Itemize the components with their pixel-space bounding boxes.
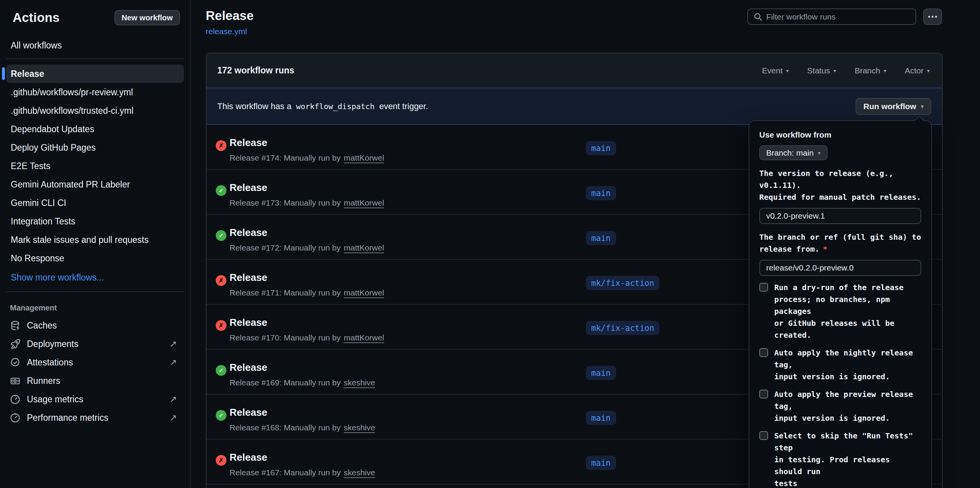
run-filter-dropdown[interactable]: Status ▾ [807, 66, 836, 75]
attestation-icon [10, 357, 20, 368]
sidebar-workflow-item[interactable]: Release [6, 65, 184, 83]
banner-text: This workflow has a [217, 101, 291, 111]
show-more-workflows-link[interactable]: Show more workflows... [6, 268, 184, 287]
runs-panel-header: 172 workflow runs Event ▾ Status ▾ Branc… [207, 53, 942, 88]
actor-link[interactable]: mattKorwel [344, 333, 384, 342]
branch-badge[interactable]: main [586, 186, 616, 200]
workflow-item-label: Deploy GitHub Pages [11, 143, 96, 153]
external-link-icon: ↗ [170, 413, 180, 423]
run-title-link[interactable]: Release [230, 407, 267, 418]
workflow-file-link[interactable]: release.yml [206, 27, 247, 36]
run-filter-dropdown[interactable]: Event ▾ [762, 66, 789, 75]
sidebar-workflow-item[interactable]: Deploy GitHub Pages [6, 138, 184, 157]
sidebar-workflow-item[interactable]: Integration Tests [6, 212, 184, 231]
branch-badge[interactable]: main [586, 456, 616, 470]
sidebar-management-item[interactable]: Usage metrics ↗ [6, 390, 184, 408]
management-list: Caches ↗ Deployments ↗ Attestations ↗ Ru… [0, 316, 190, 427]
caches-icon [10, 320, 20, 331]
run-title-link[interactable]: Release [230, 362, 267, 373]
checkbox[interactable] [759, 348, 768, 357]
run-title-link[interactable]: Release [230, 227, 267, 239]
workflow-dispatch-banner: This workflow has a workflow_dispatch ev… [207, 88, 942, 125]
popup-checkbox-row[interactable]: Run a dry-run of the releaseprocess; no … [759, 282, 921, 341]
popup-title: Use workflow from [759, 130, 921, 139]
sidebar-workflow-item[interactable]: Gemini Automated PR Labeler [6, 175, 184, 194]
workflow-item-label: No Response [11, 253, 64, 264]
actor-link[interactable]: mattKorwel [344, 243, 384, 252]
actor-link[interactable]: skeshive [344, 468, 375, 477]
workflow-input-field[interactable] [759, 260, 921, 276]
run-status-icon: ✗ [216, 320, 226, 331]
sidebar-management-item[interactable]: Attestations ↗ [6, 353, 184, 372]
sidebar-management-item[interactable]: Performance metrics ↗ [6, 408, 184, 427]
run-filter-dropdown[interactable]: Branch ▾ [854, 66, 886, 75]
branch-badge[interactable]: main [586, 231, 616, 245]
run-title-link[interactable]: Release [230, 272, 267, 284]
actor-link[interactable]: mattKorwel [344, 288, 384, 297]
field-description: The version to release (e.g., v0.1.11).R… [759, 168, 921, 203]
server-icon [10, 376, 20, 386]
sidebar-workflow-item[interactable]: Gemini CLI CI [6, 194, 184, 212]
run-subtitle: Release #167: Manually run by skeshive [230, 468, 375, 477]
popup-checkbox-row[interactable]: Auto apply the preview release tag,input… [759, 388, 921, 424]
workflow-item-label: Gemini Automated PR Labeler [11, 179, 130, 190]
sidebar-management-item[interactable]: Deployments ↗ [6, 335, 184, 353]
branch-badge[interactable]: mk/fix-action [586, 321, 659, 335]
branch-selector[interactable]: Branch: main ▾ [759, 145, 828, 160]
new-workflow-button[interactable]: New workflow [114, 10, 180, 25]
sidebar-workflow-item[interactable]: Dependabot Updates [6, 120, 184, 138]
page-options-button[interactable] [923, 8, 942, 25]
popup-checkbox-row[interactable]: Auto apply the nightly release tag,input… [759, 347, 921, 383]
workflow-item-label: .github/workflows/trusted-ci.yml [11, 106, 134, 116]
run-subtitle: Release #169: Manually run by skeshive [230, 378, 375, 387]
sidebar-workflow-item[interactable]: .github/workflows/trusted-ci.yml [6, 101, 184, 120]
checkbox[interactable] [759, 390, 768, 398]
workflow-item-label: .github/workflows/pr-review.yml [11, 87, 133, 98]
checkbox[interactable] [759, 283, 768, 292]
management-item-label: Deployments [27, 339, 78, 349]
branch-badge[interactable]: main [586, 411, 616, 425]
chevron-down-icon: ▾ [833, 68, 836, 74]
sidebar-workflow-item[interactable]: Mark stale issues and pull requests [6, 231, 184, 249]
popup-checkbox-row[interactable]: Select to skip the "Run Tests" stepin te… [759, 430, 921, 488]
management-item-label: Runners [27, 376, 60, 386]
sidebar-workflow-item[interactable]: No Response [6, 249, 184, 267]
page-title: Actions [13, 10, 59, 25]
run-filter-dropdown[interactable]: Actor ▾ [905, 66, 930, 75]
management-item-label: Caches [27, 320, 57, 331]
workflow-item-label: Gemini CLI CI [11, 198, 66, 208]
checkbox-label: Run a dry-run of the releaseprocess; no … [774, 282, 921, 341]
main-content: Release release.yml 172 workflow runs Ev… [192, 0, 980, 488]
popup-field: The version to release (e.g., v0.1.11).R… [759, 168, 921, 224]
divider [6, 58, 184, 59]
run-status-icon: ✓ [216, 185, 226, 196]
management-item-label: Attestations [27, 357, 73, 368]
sidebar-management-item[interactable]: Caches ↗ [6, 316, 184, 335]
runs-count: 172 workflow runs [217, 65, 294, 76]
run-title-link[interactable]: Release [230, 137, 267, 149]
actions-sidebar: Actions New workflow All workflows Relea… [0, 0, 191, 488]
run-status-icon: ✓ [216, 365, 226, 376]
run-title-link[interactable]: Release [230, 182, 267, 194]
branch-badge[interactable]: mk/fix-action [586, 276, 659, 290]
management-item-label: Usage metrics [27, 394, 83, 405]
actor-link[interactable]: mattKorwel [344, 198, 384, 207]
sidebar-item-all-workflows[interactable]: All workflows [6, 37, 184, 54]
meter-icon [10, 394, 20, 405]
branch-badge[interactable]: main [586, 141, 616, 155]
chevron-down-icon: ▾ [921, 103, 924, 110]
run-title-link[interactable]: Release [230, 317, 267, 329]
filter-workflow-runs-input[interactable] [766, 12, 910, 22]
checkbox[interactable] [759, 431, 768, 440]
actor-link[interactable]: skeshive [344, 423, 375, 432]
run-workflow-popup: Use workflow from Branch: main ▾ The ver… [749, 120, 932, 488]
sidebar-workflow-item[interactable]: .github/workflows/pr-review.yml [6, 83, 184, 101]
actor-link[interactable]: mattKorwel [344, 153, 384, 163]
run-title-link[interactable]: Release [230, 451, 267, 463]
actor-link[interactable]: skeshive [344, 378, 375, 387]
sidebar-workflow-item[interactable]: E2E Tests [6, 157, 184, 175]
branch-badge[interactable]: main [586, 366, 616, 380]
workflow-item-label: E2E Tests [11, 161, 50, 171]
sidebar-management-item[interactable]: Runners ↗ [6, 372, 184, 390]
workflow-input-field[interactable] [759, 208, 921, 224]
